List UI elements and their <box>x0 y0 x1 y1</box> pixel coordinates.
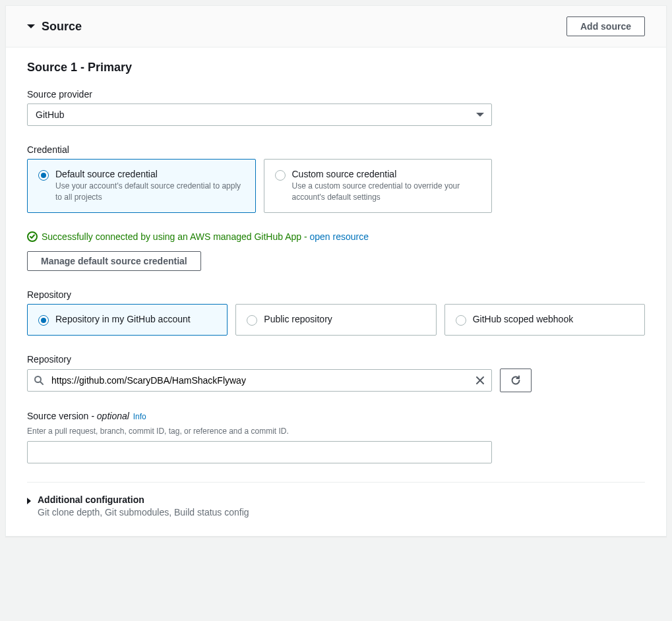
open-resource-link[interactable]: open resource <box>310 231 369 242</box>
radio-icon <box>456 315 466 326</box>
version-optional: - optional <box>88 411 129 421</box>
credential-custom-desc: Use a custom source credential to overri… <box>292 181 481 203</box>
success-message: Successfully connected by using an AWS m… <box>42 231 301 242</box>
credential-radio-group: Default source credential Use your accou… <box>27 159 492 213</box>
expand-icon <box>27 498 31 504</box>
refresh-button[interactable] <box>500 369 532 392</box>
manage-credential-button[interactable]: Manage default source credential <box>27 251 201 271</box>
repo-url-group: Repository <box>27 354 645 392</box>
version-input[interactable] <box>27 441 492 463</box>
version-hint: Enter a pull request, branch, commit ID,… <box>27 425 645 437</box>
expandable-content: Additional configuration Git clone depth… <box>38 494 645 518</box>
credential-group: Credential Default source credential Use… <box>27 144 645 213</box>
repo-public-label: Public repository <box>264 314 425 324</box>
repo-mine-card[interactable]: Repository in my GitHub account <box>27 304 228 336</box>
radio-icon <box>247 315 257 326</box>
version-info-link[interactable]: Info <box>133 412 146 421</box>
success-separator: - <box>301 231 309 242</box>
radio-content: Custom source credential Use a custom so… <box>292 169 481 203</box>
version-group: Source version - optional Info Enter a p… <box>27 411 645 463</box>
credential-default-card[interactable]: Default source credential Use your accou… <box>27 159 256 213</box>
radio-content: GitHub scoped webhook <box>473 314 634 326</box>
panel-body: Source 1 - Primary Source provider GitHu… <box>6 47 666 536</box>
repo-url-input[interactable] <box>27 369 492 392</box>
divider <box>27 482 645 483</box>
version-label-text: Source version <box>27 411 88 421</box>
connection-status: Successfully connected by using an AWS m… <box>27 231 645 242</box>
version-label: Source version - optional Info <box>27 411 645 421</box>
repo-type-radio-group: Repository in my GitHub account Public r… <box>27 304 645 336</box>
provider-select[interactable]: GitHub <box>27 104 492 126</box>
provider-label: Source provider <box>27 89 645 100</box>
repo-webhook-label: GitHub scoped webhook <box>473 314 634 324</box>
add-source-button[interactable]: Add source <box>566 16 645 36</box>
success-check-icon <box>27 231 38 242</box>
credential-custom-card[interactable]: Custom source credential Use a custom so… <box>264 159 493 213</box>
radio-icon <box>38 315 49 326</box>
credential-default-label: Default source credential <box>55 169 245 179</box>
radio-icon <box>38 170 49 181</box>
repo-url-label: Repository <box>27 354 645 365</box>
repo-public-card[interactable]: Public repository <box>235 304 436 336</box>
clear-icon[interactable] <box>475 375 485 386</box>
source-1-title: Source 1 - Primary <box>27 61 645 74</box>
repo-input-row <box>27 369 645 392</box>
repo-mine-label: Repository in my GitHub account <box>55 314 216 324</box>
credential-default-desc: Use your account's default source creden… <box>55 181 245 203</box>
radio-content: Public repository <box>264 314 425 326</box>
success-message-line: Successfully connected by using an AWS m… <box>42 231 369 242</box>
repo-type-group: Repository Repository in my GitHub accou… <box>27 289 645 336</box>
provider-group: Source provider GitHub <box>27 89 645 126</box>
additional-config-title: Additional configuration <box>38 494 645 505</box>
refresh-icon <box>510 375 521 386</box>
collapse-icon <box>27 24 35 28</box>
credential-custom-label: Custom source credential <box>292 169 481 179</box>
panel-header-left[interactable]: Source <box>27 20 82 34</box>
repo-input-wrapper <box>27 369 492 392</box>
repo-webhook-card[interactable]: GitHub scoped webhook <box>444 304 645 336</box>
source-panel: Source Add source Source 1 - Primary Sou… <box>5 5 667 537</box>
additional-config-section[interactable]: Additional configuration Git clone depth… <box>27 494 645 518</box>
credential-label: Credential <box>27 144 645 155</box>
provider-select-wrapper: GitHub <box>27 104 492 126</box>
radio-content: Default source credential Use your accou… <box>55 169 245 203</box>
additional-config-desc: Git clone depth, Git submodules, Build s… <box>38 507 645 518</box>
manage-credential-group: Manage default source credential <box>27 251 645 271</box>
panel-title: Source <box>42 20 82 34</box>
radio-content: Repository in my GitHub account <box>55 314 216 326</box>
radio-icon <box>275 170 286 181</box>
repo-type-label: Repository <box>27 289 645 300</box>
panel-header: Source Add source <box>6 6 666 47</box>
